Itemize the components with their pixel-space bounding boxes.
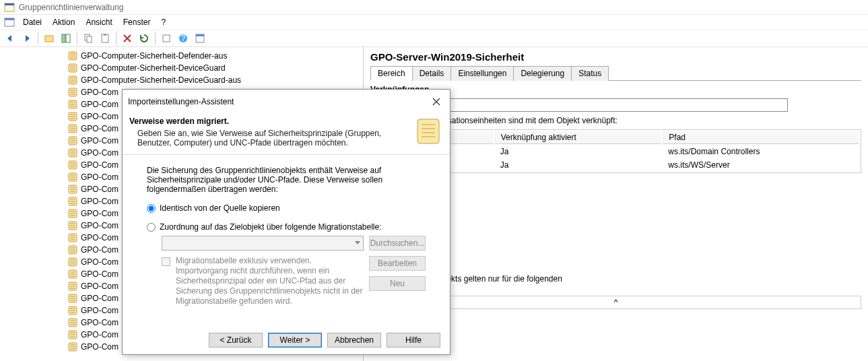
app-icon xyxy=(4,2,15,13)
toolbar: ? xyxy=(0,30,868,47)
tree-item-label: GPO-Com xyxy=(81,306,119,315)
radio-copy-source-label: Identisch von der Quelle kopieren xyxy=(160,203,280,213)
window-title: Gruppenrichtlinienverwaltung xyxy=(19,3,123,12)
nav-forward-button[interactable] xyxy=(20,31,34,46)
tab-delegierung[interactable]: Delegierung xyxy=(513,66,572,81)
menu-hilfe[interactable]: ? xyxy=(156,16,171,28)
detail-heading: GPO-Server-Win2019-Sicherheit xyxy=(370,51,861,63)
tree-item-label: GPO-Com xyxy=(81,209,119,218)
gpo-scroll-icon xyxy=(67,232,78,243)
tree-item[interactable]: GPO-Computer-Sicherheit-Defender-aus xyxy=(0,50,363,62)
tree-item-label: GPO-Com xyxy=(81,269,119,279)
svg-rect-15 xyxy=(196,34,204,36)
tree-item-label: GPO-Com xyxy=(81,294,119,303)
tree-item-label: GPO-Com xyxy=(81,330,119,339)
show-hide-tree-button[interactable] xyxy=(59,31,73,46)
tab-details[interactable]: Details xyxy=(412,66,452,81)
next-button[interactable]: Weiter > xyxy=(268,333,322,348)
new-button[interactable]: Neu xyxy=(369,276,426,291)
tree-item-label: GPO-Computer-Sicherheit-Defender-aus xyxy=(81,51,227,61)
radio-copy-source[interactable]: Identisch von der Quelle kopieren xyxy=(147,203,426,213)
tab-einstellungen[interactable]: Einstellungen xyxy=(450,66,514,81)
mmc-icon xyxy=(4,17,15,28)
wizard-head-sub: Geben Sie an, wie Sie Verweise auf Siche… xyxy=(129,129,409,147)
gpo-scroll-icon xyxy=(67,244,78,255)
browse-button[interactable]: Durchsuchen... xyxy=(369,236,426,251)
gpo-scroll-icon xyxy=(67,51,78,61)
gpo-scroll-icon xyxy=(67,160,78,170)
svg-text:?: ? xyxy=(181,34,186,43)
gpo-scroll-icon xyxy=(67,317,78,328)
tree-item-label: GPO-Com xyxy=(81,88,119,97)
tree-item-label: GPO-Computer-Sicherheit-DeviceGuard-aus xyxy=(81,75,241,85)
col-verknuepfung[interactable]: Verknüpfung aktiviert xyxy=(495,131,662,144)
menu-fenster[interactable]: Fenster xyxy=(118,16,156,28)
tab-bereich[interactable]: Bereich xyxy=(370,66,413,81)
wizard-help-button[interactable]: Hilfe xyxy=(387,333,440,348)
gpo-scroll-icon xyxy=(67,293,78,304)
gpo-scroll-icon xyxy=(67,257,78,267)
wizard-header: Verweise werden migriert. Geben Sie an, … xyxy=(123,114,450,155)
tree-item-label: GPO-Com xyxy=(81,257,119,267)
export-list-button[interactable] xyxy=(159,31,174,46)
toolbar-separator xyxy=(116,32,116,45)
toolbar-separator xyxy=(77,32,77,45)
gpo-scroll-icon xyxy=(67,220,78,231)
gpo-scroll-icon xyxy=(67,196,78,207)
svg-rect-1 xyxy=(5,3,14,5)
gpo-scroll-icon xyxy=(67,111,78,122)
gpo-scroll-icon xyxy=(67,341,78,352)
tree-item-label: GPO-Com xyxy=(81,172,119,182)
radio-migration-table-input[interactable] xyxy=(147,223,156,232)
properties-button[interactable] xyxy=(193,31,207,46)
exclusive-checkbox[interactable] xyxy=(162,257,170,266)
cancel-button[interactable]: Abbrechen xyxy=(327,333,381,348)
wizard-body: Die Sicherung des Gruppenrichtlinienobje… xyxy=(123,155,450,310)
tree-item-label: GPO-Com xyxy=(81,282,119,291)
tree-item-label: GPO-Com xyxy=(81,148,119,158)
help-button[interactable]: ? xyxy=(176,31,191,46)
tree-item-label: GPO-Com xyxy=(81,221,119,230)
gpo-scroll-icon xyxy=(67,208,78,219)
migration-table-combo[interactable] xyxy=(162,236,364,251)
radio-migration-table[interactable]: Zuordnung auf das Zielobjekt über folgen… xyxy=(147,222,426,232)
menu-aktion[interactable]: Aktion xyxy=(47,16,80,28)
edit-button[interactable]: Bearbeiten xyxy=(369,256,426,271)
toolbar-separator xyxy=(155,32,156,45)
gpo-scroll-icon xyxy=(67,172,78,183)
copy-button[interactable] xyxy=(81,31,96,46)
gpo-scroll-icon xyxy=(67,281,78,292)
col-pfad[interactable]: Pfad xyxy=(663,131,859,144)
gpo-scroll-icon xyxy=(67,269,78,280)
tree-item-label: GPO-Computer-Sicherheit-DeviceGuard xyxy=(81,63,226,73)
close-button[interactable] xyxy=(428,94,444,110)
tree-item-label: GPO-Com xyxy=(81,342,119,352)
window-titlebar: Gruppenrichtlinienverwaltung xyxy=(0,0,868,15)
back-button[interactable]: < Zurück xyxy=(209,333,263,348)
svg-rect-6 xyxy=(66,34,70,42)
svg-rect-4 xyxy=(45,36,53,42)
gpo-scroll-icon xyxy=(67,305,78,316)
wizard-buttons: < Zurück Weiter > Abbrechen Hilfe xyxy=(123,326,450,354)
gpo-scroll-icon xyxy=(67,184,78,195)
wizard-titlebar[interactable]: Importeinstellungen-Assistent xyxy=(123,90,450,114)
menu-datei[interactable]: Datei xyxy=(18,16,47,28)
svg-rect-10 xyxy=(104,34,106,36)
tree-item-label: GPO-Com xyxy=(81,245,119,255)
tree-item[interactable]: GPO-Computer-Sicherheit-DeviceGuard-aus xyxy=(0,74,363,86)
tab-status[interactable]: Status xyxy=(571,66,609,81)
up-button[interactable] xyxy=(42,31,57,46)
delete-button[interactable] xyxy=(120,31,135,46)
tree-item[interactable]: GPO-Computer-Sicherheit-DeviceGuard xyxy=(0,62,363,74)
menu-ansicht[interactable]: Ansicht xyxy=(80,16,117,28)
refresh-button[interactable] xyxy=(137,31,152,46)
toolbar-separator xyxy=(38,32,38,45)
gpo-scroll-icon xyxy=(67,99,78,110)
gpo-scroll-icon xyxy=(67,63,78,73)
nav-back-button[interactable] xyxy=(3,31,18,46)
svg-rect-116 xyxy=(418,119,439,143)
scroll-icon xyxy=(413,117,443,146)
radio-copy-source-input[interactable] xyxy=(147,204,156,213)
paste-button[interactable] xyxy=(98,31,112,46)
domain-input[interactable] xyxy=(411,98,788,112)
